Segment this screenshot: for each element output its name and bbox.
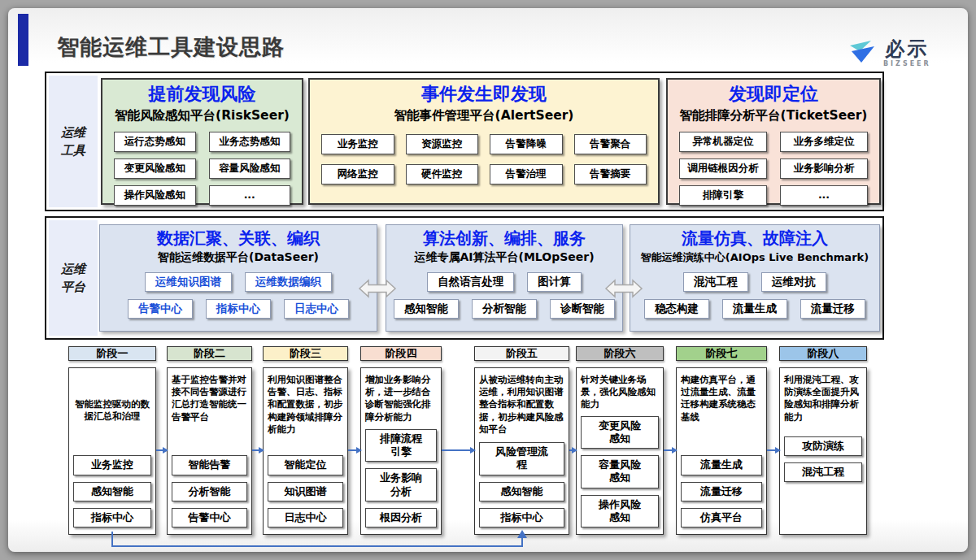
- stage-7-description: 构建仿真平台，通过流量生成、流量迁移构建系统稳态基线: [681, 374, 762, 423]
- flow-arrow-icon: [156, 449, 167, 451]
- stage-3-box: 利用知识图谱整合告警、日志、指标和配置数据，初步构建跨领域排障分析能力 智能定位…: [263, 367, 348, 535]
- ticketseer-card: 发现即定位 智能排障分析平台(TicketSeer) 异常机器定位 业务多维定位…: [666, 78, 881, 205]
- capability-box: 流量生成: [681, 455, 762, 475]
- stage-1-box: 智能监控驱动的数据汇总和治理 业务监控 感知智能 指标中心: [68, 367, 156, 535]
- capability-box: 混沌工程: [683, 272, 748, 292]
- flow-arrow-icon: [664, 449, 676, 451]
- capability-box: 网络监控: [321, 164, 394, 184]
- capability-box: 告警中心: [172, 508, 247, 527]
- capability-box: 业务影响分析: [365, 468, 437, 501]
- stage-7-column: 阶段七 构建仿真平台，通过流量生成、流量迁移构建系统稳态基线 流量生成 流量迁移…: [676, 346, 767, 535]
- stage-3-description: 利用知识图谱整合告警、日志、指标和配置数据，初步构建跨领域排障分析能力: [268, 374, 343, 436]
- stage-8-column: 阶段八 利用混沌工程、攻防演练全面提升风险感知和排障分析能力 攻防演练 混沌工程: [779, 346, 867, 535]
- capability-box: 指标中心: [479, 508, 564, 527]
- stage-4-description: 增加业务影响分析，进一步结合诊断智能强化排障分析能力: [365, 374, 437, 423]
- flow-arrow-icon: [442, 449, 474, 451]
- capability-box: 操作风险感知: [114, 185, 196, 206]
- flow-arrow-icon: [767, 449, 779, 451]
- capability-box: 异常机器定位: [679, 132, 767, 152]
- capability-box: 日志中心: [268, 508, 343, 527]
- capability-box: 风险管理流程: [479, 442, 564, 475]
- platform-section-label: 运维 平台: [49, 220, 98, 336]
- tools-label-line2: 工具: [61, 143, 85, 158]
- capability-box: 知识图谱: [268, 482, 343, 501]
- capability-box: 告警治理: [490, 164, 563, 184]
- platform-label-line1: 运维: [61, 262, 85, 277]
- aiops-benchmark-subtitle: 智能运维演练中心(AIOps Live Benchmark): [630, 250, 879, 265]
- riskseer-card: 提前发现风险 智能风险感知平台(RiskSeer) 运行态势感知 业务态势感知 …: [101, 78, 303, 205]
- stage-8-description: 利用混沌工程、攻防演练全面提升风险感知和排障分析能力: [784, 374, 862, 423]
- flow-arrow-icon: [252, 449, 263, 451]
- stage-7-box: 构建仿真平台，通过流量生成、流量迁移构建系统稳态基线 流量生成 流量迁移 仿真平…: [676, 367, 767, 535]
- stage-2-header: 阶段二: [167, 346, 252, 361]
- bidirectional-arrow-icon: [358, 277, 397, 303]
- capability-box: ...: [209, 185, 291, 206]
- stage-5-description: 从被动运维转向主动运维，利用知识图谱整合指标和配置数据，初步构建风险感知平台: [479, 374, 564, 436]
- capability-box: 业务影响分析: [780, 158, 868, 179]
- title-accent-bar: [18, 14, 28, 66]
- capability-box: 自然语言处理: [427, 272, 514, 292]
- stage-6-description: 针对关键业务场景，强化风险感知能力: [581, 374, 659, 411]
- platform-section: 运维 平台 数据汇聚、关联、编织 智能运维数据平台(DataSeer) 运维知识…: [45, 216, 884, 340]
- ticketseer-title: 发现即定位: [668, 82, 879, 106]
- platform-label-line2: 平台: [61, 280, 85, 295]
- bizseer-logo: 必示 BIZSEER: [847, 39, 931, 68]
- stage-1-column: 阶段一 智能监控驱动的数据汇总和治理 业务监控 感知智能 指标中心: [68, 346, 156, 535]
- capability-box: 指标中心: [73, 508, 151, 527]
- stage-6-column: 阶段六 针对关键业务场景，强化风险感知能力 变更风险感知 容量风险感知 操作风险…: [576, 346, 664, 535]
- flow-arrow-icon: [348, 449, 360, 451]
- stage-4-box: 增加业务影响分析，进一步结合诊断智能强化排障分析能力 排障流程引擎 业务影响分析…: [360, 367, 442, 535]
- stage-5-box: 从被动运维转向主动运维，利用知识图谱整合指标和配置数据，初步构建风险感知平台 风…: [474, 367, 569, 535]
- aiops-benchmark-card: 流量仿真、故障注入 智能运维演练中心(AIOps Live Benchmark)…: [630, 224, 880, 332]
- capability-box: 日志中心: [284, 299, 349, 319]
- slide: { "page": { "title": "智能运维工具建设思路" }, "lo…: [0, 0, 976, 560]
- dataseer-subtitle: 智能运维数据平台(DataSeer): [100, 250, 377, 265]
- alertseer-title: 事件发生即发现: [310, 82, 658, 106]
- capability-box: 流量迁移: [800, 299, 865, 319]
- capability-box: 运行态势感知: [114, 132, 196, 152]
- capability-box: 智能定位: [268, 455, 343, 475]
- capability-box: 告警聚合: [574, 134, 647, 154]
- capability-box: 仿真平台: [681, 508, 762, 527]
- capability-box: 攻防演练: [784, 436, 862, 456]
- capability-box: 调用链根因分析: [679, 158, 767, 179]
- capability-box: 业务监控: [321, 134, 394, 154]
- capability-box: 排障引擎: [679, 185, 767, 206]
- capability-box: 稳态构建: [644, 299, 709, 319]
- tools-section: 运维 工具 提前发现风险 智能风险感知平台(RiskSeer) 运行态势感知 业…: [45, 72, 884, 211]
- capability-box: 资源监控: [406, 134, 479, 154]
- capability-box: 流量生成: [722, 299, 787, 319]
- flow-arrow-icon: [569, 449, 576, 451]
- ticketseer-subtitle: 智能排障分析平台(TicketSeer): [668, 107, 879, 124]
- capability-box: 告警降噪: [490, 134, 563, 154]
- stage-2-description: 基于监控告警并对接不同告警源进行汇总打造智能统一告警平台: [172, 374, 247, 423]
- stage-6-box: 针对关键业务场景，强化风险感知能力 变更风险感知 容量风险感知 操作风险感知: [576, 367, 664, 535]
- stage-6-header: 阶段六: [576, 346, 664, 361]
- capability-box: 排障流程引擎: [365, 429, 437, 462]
- stage-2-box: 基于监控告警并对接不同告警源进行汇总打造智能统一告警平台 智能告警 分析智能 告…: [167, 367, 252, 535]
- bidirectional-arrow-icon: [604, 277, 643, 303]
- mlopseer-subtitle: 运维专属AI算法平台(MLOpSeer): [386, 250, 622, 265]
- capability-box: 感知智能: [479, 482, 564, 501]
- stage-4-header: 阶段四: [360, 346, 442, 361]
- alertseer-subtitle: 智能事件管理平台(AlertSeer): [310, 107, 658, 124]
- stage-8-header: 阶段八: [779, 346, 867, 361]
- capability-box: 变更风险感知: [581, 416, 659, 449]
- capability-box: 指标中心: [206, 299, 271, 319]
- tools-section-label: 运维 工具: [49, 76, 98, 207]
- stage-5-column: 阶段五 从被动运维转向主动运维，利用知识图谱整合指标和配置数据，初步构建风险感知…: [474, 346, 569, 535]
- capability-box: 容量风险感知: [581, 455, 659, 488]
- capability-box: 运维对抗: [761, 272, 826, 292]
- capability-box: ...: [780, 185, 868, 206]
- logo-name: 必示: [885, 39, 929, 59]
- logo-brand: BIZSEER: [883, 61, 931, 67]
- loop-connector-arrow-icon: [106, 530, 534, 554]
- stage-2-column: 阶段二 基于监控告警并对接不同告警源进行汇总打造智能统一告警平台 智能告警 分析…: [167, 346, 252, 535]
- stage-3-column: 阶段三 利用知识图谱整合告警、日志、指标和配置数据，初步构建跨领域排障分析能力 …: [263, 346, 348, 535]
- mlopseer-card: 算法创新、编排、服务 运维专属AI算法平台(MLOpSeer) 自然语言处理 图…: [386, 224, 623, 332]
- stage-4-column: 阶段四 增加业务影响分析，进一步结合诊断智能强化排障分析能力 排障流程引擎 业务…: [360, 346, 442, 535]
- capability-box: 业务多维定位: [780, 132, 868, 152]
- capability-box: 流量迁移: [681, 482, 762, 501]
- dataseer-card: 数据汇聚、关联、编织 智能运维数据平台(DataSeer) 运维知识图谱 运维数…: [99, 224, 377, 332]
- stage-1-header: 阶段一: [68, 346, 156, 361]
